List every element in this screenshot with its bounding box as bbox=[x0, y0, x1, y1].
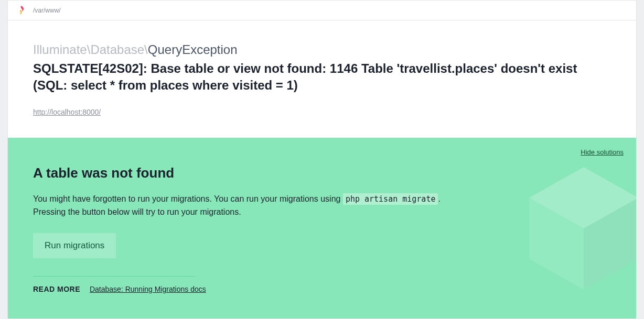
request-url-link[interactable]: http://localhost:8000/ bbox=[33, 108, 101, 116]
app-path: /var/www/ bbox=[33, 7, 61, 14]
exception-namespace: Illuminate\Database\ bbox=[33, 42, 148, 57]
solution-divider bbox=[33, 276, 196, 277]
exception-message: SQLSTATE[42S02]: Base table or view not … bbox=[33, 60, 611, 94]
solution-body-text-1: You might have forgotten to run your mig… bbox=[33, 194, 343, 203]
readmore-row: READ MORE Database: Running Migrations d… bbox=[33, 285, 611, 293]
solution-code-snippet: php artisan migrate bbox=[343, 193, 438, 205]
solutions-panel: Hide solutions A table was not found You… bbox=[8, 138, 636, 319]
run-migrations-button[interactable]: Run migrations bbox=[33, 233, 116, 258]
solution-body-line-2: Pressing the button below will try to ru… bbox=[33, 207, 241, 216]
solution-body-text-2: . bbox=[438, 194, 440, 203]
readmore-link[interactable]: Database: Running Migrations docs bbox=[90, 285, 206, 293]
solution-title: A table was not found bbox=[33, 165, 611, 181]
exception-namespace-line: Illuminate\Database\QueryException bbox=[33, 42, 611, 57]
exception-header: Illuminate\Database\QueryException SQLST… bbox=[8, 20, 636, 138]
readmore-label: READ MORE bbox=[33, 285, 80, 293]
exception-class: QueryException bbox=[148, 42, 238, 57]
hide-solutions-link[interactable]: Hide solutions bbox=[581, 148, 624, 156]
error-card: /var/www/ Illuminate\Database\QueryExcep… bbox=[7, 0, 637, 319]
svg-marker-2 bbox=[584, 197, 636, 290]
svg-marker-0 bbox=[529, 167, 636, 290]
solution-body: You might have forgotten to run your mig… bbox=[33, 193, 505, 219]
topbar: /var/www/ bbox=[8, 1, 636, 20]
ignition-logo-icon bbox=[17, 6, 25, 15]
